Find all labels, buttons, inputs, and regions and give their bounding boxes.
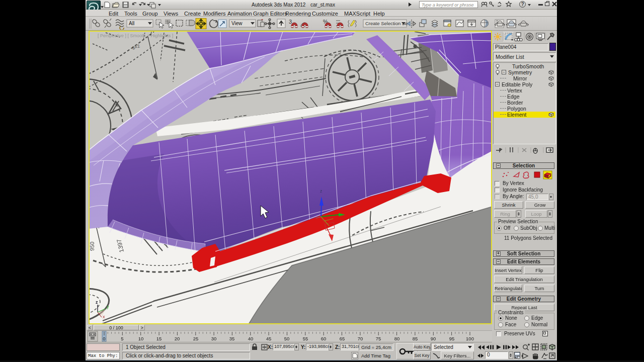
svg-text:50: 50 bbox=[284, 336, 290, 341]
svg-text:10: 10 bbox=[138, 336, 144, 341]
svg-text:70: 70 bbox=[358, 336, 363, 341]
svg-text:95: 95 bbox=[449, 336, 455, 341]
svg-text:60: 60 bbox=[321, 336, 327, 341]
svg-text:z: z bbox=[96, 300, 98, 305]
svg-text:20: 20 bbox=[175, 336, 180, 341]
svg-text:5: 5 bbox=[121, 336, 123, 341]
svg-text:3: 3 bbox=[289, 19, 292, 25]
svg-text:55: 55 bbox=[303, 336, 308, 341]
svg-text:65: 65 bbox=[340, 336, 345, 341]
svg-text:0: 0 bbox=[103, 336, 105, 341]
svg-text:z: z bbox=[320, 189, 323, 194]
svg-text:y: y bbox=[107, 304, 109, 309]
svg-text:Create Selection Se: Create Selection Se bbox=[365, 21, 408, 26]
svg-text:30: 30 bbox=[211, 336, 217, 341]
svg-text:35: 35 bbox=[229, 336, 235, 341]
svg-text:85: 85 bbox=[413, 336, 418, 341]
svg-text:View: View bbox=[231, 21, 243, 26]
svg-text:[ Perspective ] [ Smooth + Hig: [ Perspective ] [ Smooth + Highlights ] bbox=[98, 33, 173, 38]
svg-text:80: 80 bbox=[394, 336, 400, 341]
svg-text:950: 950 bbox=[89, 242, 95, 251]
svg-text:25: 25 bbox=[193, 336, 199, 341]
svg-text:x: x bbox=[103, 314, 105, 319]
svg-text:45: 45 bbox=[266, 336, 272, 341]
svg-text:40: 40 bbox=[248, 336, 254, 341]
svg-text:All: All bbox=[129, 21, 134, 26]
svg-text:15: 15 bbox=[156, 336, 162, 341]
svg-text:75: 75 bbox=[376, 336, 381, 341]
svg-text:100: 100 bbox=[466, 336, 474, 341]
svg-text:90: 90 bbox=[431, 336, 436, 341]
